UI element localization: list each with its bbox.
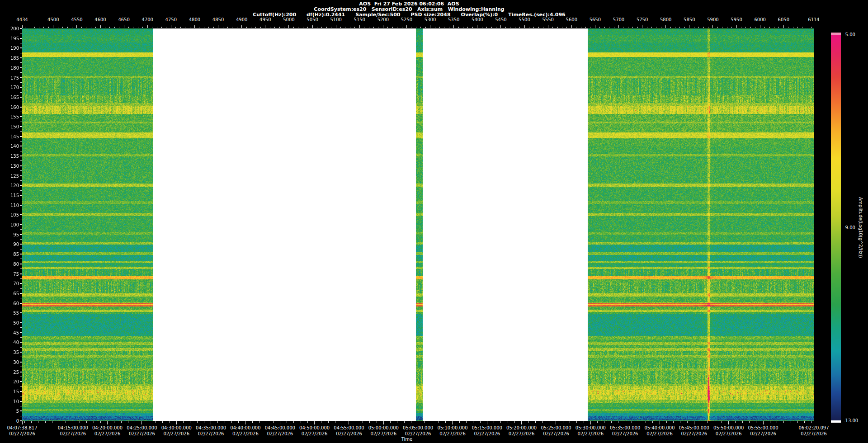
time-minor-tick: [791, 421, 791, 423]
top-axis-minor-tick: [425, 27, 426, 28]
top-axis-minor-tick: [95, 27, 96, 28]
top-axis-major-tick: [336, 25, 336, 28]
time-tick-label: 04:35:00.000: [196, 425, 226, 430]
time-tick-label: 05:00:00.000: [368, 425, 399, 430]
frequency-minor-tick: [20, 160, 22, 161]
frequency-tick-label: 195: [2, 36, 19, 41]
time-minor-tick: [356, 421, 356, 423]
top-axis-major-tick: [477, 25, 477, 28]
time-minor-tick: [535, 421, 536, 423]
top-axis-tick-label: 5550: [542, 17, 553, 22]
frequency-major-tick: [20, 303, 22, 304]
time-minor-tick: [639, 421, 639, 423]
frequency-major-tick: [20, 28, 22, 29]
top-axis-minor-tick: [435, 27, 435, 28]
frequency-tick-label: 60: [2, 301, 19, 306]
time-minor-tick: [31, 421, 32, 423]
colorbar-under-range-cap: [831, 420, 841, 423]
frequency-major-tick: [20, 165, 22, 166]
top-axis-minor-tick: [529, 27, 529, 28]
top-axis-minor-tick: [48, 27, 49, 28]
time-major-tick: [142, 421, 142, 424]
top-axis-minor-tick: [562, 27, 562, 28]
top-axis-major-tick: [430, 25, 430, 28]
top-axis-minor-tick: [439, 27, 440, 28]
top-axis-minor-tick: [208, 27, 209, 28]
top-axis-major-tick: [22, 25, 23, 28]
time-tick-date-label: 02/27/2026: [716, 431, 742, 436]
frequency-tick-label: 190: [2, 46, 19, 51]
top-axis-tick-label: 6000: [754, 17, 765, 22]
top-axis-minor-tick: [227, 27, 228, 28]
time-minor-tick: [252, 421, 253, 423]
time-minor-tick: [473, 421, 473, 423]
frequency-tick-label: 95: [2, 232, 19, 237]
frequency-major-tick: [20, 136, 22, 137]
frequency-tick-label: 90: [2, 242, 19, 247]
frequency-minor-tick: [20, 170, 22, 171]
top-axis-tick-label: 4950: [259, 17, 271, 22]
frequency-tick-label: 80: [2, 262, 19, 267]
top-axis-minor-tick: [204, 27, 204, 28]
frequency-tick-label: 135: [2, 154, 19, 159]
top-axis-tick-label: 5400: [472, 17, 483, 22]
frequency-tick-label: 0: [2, 419, 19, 424]
top-axis-minor-tick: [213, 27, 214, 28]
top-axis-minor-tick: [802, 27, 802, 28]
time-tick-label: 04:20:00.000: [92, 425, 123, 430]
time-tick-date-label: 02/27/2026: [646, 431, 673, 436]
top-axis-minor-tick: [811, 27, 812, 28]
time-tick-date-label: 02/27/2026: [94, 431, 121, 436]
time-tick-date-label: 02/27/2026: [405, 431, 431, 436]
time-tick-date-label: 02/27/2026: [129, 431, 155, 436]
top-axis-minor-tick: [270, 27, 270, 28]
top-axis-minor-tick: [694, 27, 694, 28]
time-tick-label: 05:05:00.000: [403, 425, 433, 430]
frequency-minor-tick: [20, 337, 22, 338]
top-axis-minor-tick: [463, 27, 463, 28]
time-minor-tick: [45, 421, 46, 423]
frequency-major-tick: [20, 175, 22, 176]
time-tick-label: 04:30:00.000: [161, 425, 192, 430]
time-tick-label: 05:55:00.000: [748, 425, 778, 430]
time-minor-tick: [742, 421, 743, 423]
top-axis-minor-tick: [293, 27, 294, 28]
frequency-major-tick: [20, 77, 22, 78]
top-axis-minor-tick: [190, 27, 190, 28]
app-window: AOS Fri 27 Feb 2026 06:02:06 AOS CoordSy…: [0, 0, 868, 443]
top-axis-major-tick: [500, 25, 501, 28]
top-axis-minor-tick: [350, 27, 350, 28]
time-minor-tick: [749, 421, 750, 423]
top-axis-minor-tick: [119, 27, 119, 28]
top-axis-tick-label: 5300: [425, 17, 436, 22]
top-axis-major-tick: [689, 25, 689, 28]
time-minor-tick: [701, 421, 701, 423]
spectrogram-canvas[interactable]: [22, 28, 814, 421]
frequency-minor-tick: [20, 347, 22, 348]
frequency-tick-label: 130: [2, 164, 19, 169]
top-axis-minor-tick: [449, 27, 449, 28]
top-axis-major-tick: [53, 25, 53, 28]
time-minor-tick: [86, 421, 87, 423]
frequency-major-tick: [20, 420, 22, 421]
top-axis-minor-tick: [731, 27, 732, 28]
frequency-tick-label: 125: [2, 174, 19, 179]
colorbar-min-label: -13.00: [844, 418, 858, 423]
top-axis-minor-tick: [251, 27, 251, 28]
time-major-tick: [763, 421, 764, 424]
time-minor-tick: [445, 421, 446, 423]
top-axis-minor-tick: [152, 27, 152, 28]
time-minor-tick: [197, 421, 198, 423]
time-major-tick: [625, 421, 625, 424]
top-axis-tick-label: 5650: [590, 17, 601, 22]
header-params-line2: Cuttoff(Hz):200 df(Hz):0.2441 Sample/Sec…: [0, 12, 818, 17]
frequency-minor-tick: [20, 33, 22, 33]
top-axis-minor-tick: [303, 27, 303, 28]
frequency-tick-label: 155: [2, 114, 19, 119]
frequency-minor-tick: [20, 180, 22, 181]
time-minor-tick: [777, 421, 777, 423]
top-axis-tick-label: 6050: [778, 17, 789, 22]
top-axis-tick-label: 5150: [354, 17, 365, 22]
time-tick-label: 04:25:00.000: [127, 425, 157, 430]
frequency-minor-tick: [20, 151, 22, 151]
